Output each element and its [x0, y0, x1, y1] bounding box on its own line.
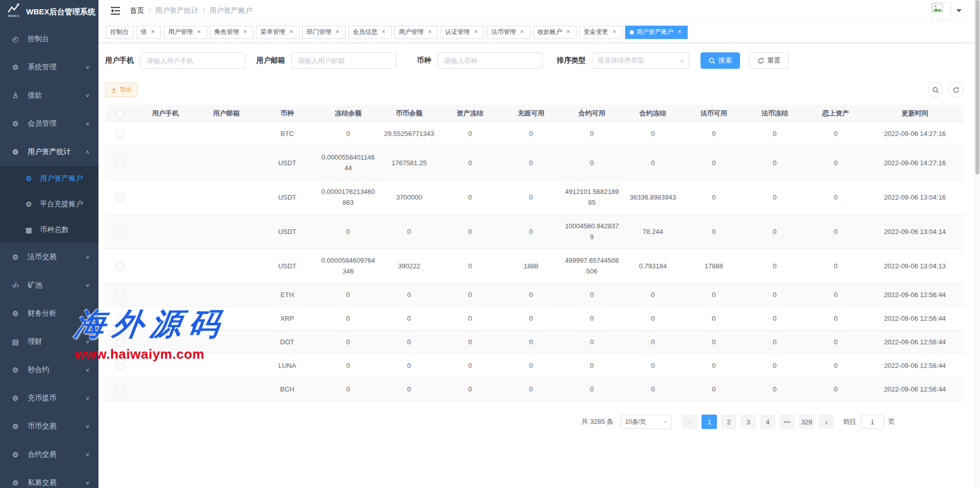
- tab-8[interactable]: 认证管理×: [441, 26, 484, 39]
- cell-coin: BTC: [257, 122, 318, 146]
- sidebar-item-13[interactable]: ⚙私募交易∨: [0, 469, 98, 488]
- sidebar-item-1[interactable]: ⚙系统管理∨: [0, 53, 98, 81]
- pagination-page-329[interactable]: 329: [799, 415, 814, 429]
- pagination-page-3[interactable]: 3: [741, 415, 756, 429]
- row-checkbox[interactable]: [116, 316, 124, 323]
- row-checkbox[interactable]: [116, 160, 124, 167]
- sidebar-item-0[interactable]: ◴控制台: [0, 25, 98, 53]
- page-size-select[interactable]: 10条/页 ∨: [621, 415, 672, 429]
- close-icon[interactable]: ×: [472, 29, 479, 36]
- scrollbar[interactable]: [974, 0, 980, 488]
- sidebar-item-12[interactable]: ⚙合约交易∨: [0, 440, 98, 469]
- row-checkbox[interactable]: [116, 228, 124, 236]
- tab-9[interactable]: 法币管理×: [487, 26, 530, 39]
- sidebar-item-3[interactable]: ⚙会员管理∨: [0, 109, 98, 138]
- cell-fiat-frozen: 0: [744, 378, 805, 401]
- sidebar-item-4[interactable]: ⚙用户资产统计∧: [0, 138, 98, 166]
- cell-contract-available: 0: [562, 378, 623, 401]
- chevron-down-icon: ∨: [85, 339, 90, 344]
- row-checkbox[interactable]: [116, 339, 124, 346]
- chevron-down-icon[interactable]: [956, 9, 962, 12]
- sidebar-item-2[interactable]: ♙借款∨: [0, 81, 98, 109]
- tab-3[interactable]: 角色管理×: [210, 26, 253, 39]
- sort-type-select[interactable]: 请选择排序类型 ∨: [592, 52, 689, 69]
- close-icon[interactable]: ×: [242, 29, 249, 36]
- row-checkbox[interactable]: [116, 292, 124, 299]
- cell-email: [196, 378, 257, 401]
- pagination-page-4[interactable]: 4: [760, 415, 775, 429]
- sidebar-item-6[interactable]: ‹/›矿池∨: [0, 271, 98, 299]
- broken-image-icon: [932, 4, 943, 12]
- pagination-more[interactable]: •••: [779, 415, 795, 429]
- close-icon[interactable]: ×: [149, 29, 156, 36]
- column-header-phone: 用户手机: [135, 105, 196, 122]
- sidebar-item-10[interactable]: ⚙充币提币∨: [0, 384, 98, 412]
- tab-label: 控制台: [110, 28, 129, 36]
- close-icon[interactable]: ×: [426, 29, 433, 36]
- tab-12[interactable]: 用户资产账户×: [625, 26, 688, 39]
- cell-frozen-balance: 0: [317, 330, 378, 354]
- row-checkbox[interactable]: [116, 263, 124, 270]
- row-checkbox[interactable]: [116, 131, 124, 138]
- tab-5[interactable]: 部门管理×: [302, 26, 346, 39]
- row-checkbox[interactable]: [116, 194, 124, 201]
- goto-page-input[interactable]: [861, 415, 884, 429]
- reset-button[interactable]: 重置: [749, 52, 789, 69]
- email-filter-input[interactable]: [291, 52, 396, 69]
- sidebar-item-4-2[interactable]: ▦币种总数: [0, 217, 98, 243]
- app-logo[interactable]: WBEX WBEX后台管理系统: [0, 0, 98, 24]
- sidebar-item-4-1[interactable]: ⚙平台充提账户: [0, 191, 98, 217]
- tab-2[interactable]: 用户管理×: [164, 26, 207, 39]
- row-checkbox[interactable]: [116, 386, 124, 394]
- close-icon[interactable]: ×: [380, 29, 387, 36]
- cell-onchain-asset: 0: [805, 122, 866, 146]
- export-button[interactable]: 导出: [105, 83, 137, 97]
- cell-coin: USDT: [257, 180, 318, 214]
- cell-email: [196, 354, 257, 378]
- select-all-checkbox[interactable]: [116, 110, 124, 118]
- search-button[interactable]: 搜索: [701, 52, 740, 69]
- tab-7[interactable]: 商户管理×: [394, 26, 438, 39]
- tab-label: 认证管理: [445, 28, 470, 36]
- sidebar-item-label: 理财: [28, 337, 42, 346]
- table-row-6: XRP0000000002022-09-06 12:56:44: [105, 307, 964, 330]
- row-select-cell: [105, 180, 135, 214]
- tab-0[interactable]: 控制台: [106, 26, 133, 39]
- cell-fiat-available: 0: [683, 378, 744, 401]
- coin-filter-input[interactable]: [437, 52, 543, 69]
- close-icon[interactable]: ×: [195, 29, 203, 36]
- sidebar-item-7[interactable]: ⚙财务分析∨: [0, 299, 98, 327]
- table-refresh-button[interactable]: [948, 82, 964, 97]
- sort-filter-label: 排序类型: [557, 56, 586, 65]
- cell-update-time: 2022-09-06 12:56:44: [866, 330, 964, 354]
- sidebar-item-4-0[interactable]: ⚙用户资产账户: [0, 166, 98, 191]
- sidebar-item-8[interactable]: ▤理财∨: [0, 327, 98, 356]
- cell-fiat-frozen: 0: [744, 307, 805, 330]
- tab-10[interactable]: 收款账户×: [533, 26, 576, 39]
- table-search-button[interactable]: [928, 82, 943, 97]
- close-icon[interactable]: ×: [518, 29, 526, 36]
- hamburger-icon[interactable]: [110, 6, 121, 15]
- pagination-prev-button[interactable]: ‹: [682, 415, 697, 429]
- avatar[interactable]: [931, 2, 951, 19]
- close-icon[interactable]: ×: [288, 29, 295, 36]
- tab-11[interactable]: 资金变更×: [579, 26, 623, 39]
- pagination-page-2[interactable]: 2: [721, 415, 736, 429]
- gear-icon: ⚙: [24, 200, 34, 208]
- pagination-next-button[interactable]: ›: [818, 415, 834, 429]
- close-icon[interactable]: ×: [565, 29, 572, 36]
- sidebar-item-5[interactable]: ⚙法币交易∨: [0, 243, 98, 271]
- breadcrumb-item-0[interactable]: 首页: [130, 6, 144, 15]
- row-checkbox[interactable]: [116, 363, 124, 370]
- pagination-page-1[interactable]: 1: [702, 415, 717, 429]
- close-icon[interactable]: ×: [611, 29, 618, 36]
- phone-filter-input[interactable]: [140, 52, 245, 69]
- sidebar-item-9[interactable]: ⚙秒合约∨: [0, 356, 98, 384]
- sidebar-item-11[interactable]: ⚙币币交易∨: [0, 412, 98, 440]
- tab-4[interactable]: 菜单管理×: [256, 26, 299, 39]
- tab-1[interactable]: 借×: [136, 26, 161, 39]
- scrollbar-thumb[interactable]: [975, 0, 979, 174]
- close-icon[interactable]: ×: [334, 29, 341, 36]
- tab-6[interactable]: 会员信息×: [348, 26, 392, 39]
- close-icon[interactable]: ×: [676, 29, 683, 36]
